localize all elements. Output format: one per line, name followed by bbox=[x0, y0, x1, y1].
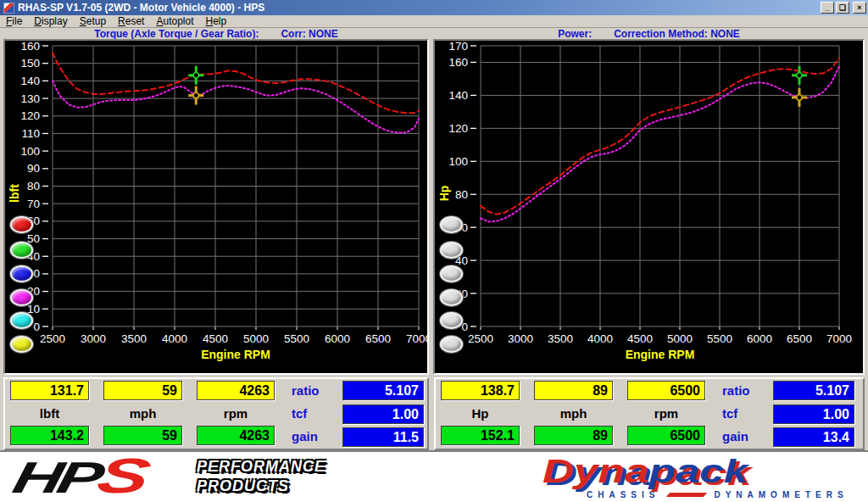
x-tick-label: 7000 bbox=[826, 332, 852, 345]
app-icon bbox=[3, 3, 14, 14]
gain-value: 11.5 bbox=[342, 427, 424, 447]
minimize-button[interactable]: _ bbox=[821, 2, 834, 14]
x-tick-label: 5500 bbox=[707, 332, 732, 345]
x-tick-label: 3500 bbox=[548, 332, 573, 345]
yellow-cursor[interactable] bbox=[792, 88, 807, 107]
green-run-button[interactable] bbox=[10, 242, 33, 259]
power-chart-title: Power: bbox=[558, 28, 592, 40]
x-axis-label: Engine RPM bbox=[626, 348, 695, 361]
menu-help[interactable]: Help bbox=[200, 15, 233, 27]
x-tick-label: 3500 bbox=[121, 332, 147, 345]
torque-red-series bbox=[53, 53, 419, 113]
yellow-run-button[interactable] bbox=[10, 336, 33, 353]
hps-products-text: PRODUCTS bbox=[197, 477, 326, 496]
torque-chart-title: Torque (Axle Torque / Gear Ratio): bbox=[94, 28, 259, 40]
blue-run-button[interactable] bbox=[10, 265, 33, 282]
unit-label-mph: mph bbox=[103, 405, 182, 422]
power-run-buttons bbox=[438, 41, 467, 373]
dynapack-logo: Dynapack CHASSIS DYNAMOMETERS bbox=[542, 454, 849, 499]
red-run-button[interactable] bbox=[10, 216, 33, 233]
unit-label-rpm: rpm bbox=[627, 405, 705, 422]
torque-magenta-series bbox=[53, 81, 419, 132]
run-slot-button-1[interactable] bbox=[440, 216, 463, 233]
green-cursor-speed-value: 89 bbox=[534, 426, 613, 445]
green-cursor-speed-value: 59 bbox=[103, 426, 182, 445]
run-slot-button-4[interactable] bbox=[440, 289, 463, 306]
torque-chart-header: Torque (Axle Torque / Gear Ratio): Corr:… bbox=[3, 28, 429, 39]
logo-strip: HPS PERFORMANCE PRODUCTS Dynapack CHASSI… bbox=[0, 450, 868, 502]
torque-correction-label: Corr: NONE bbox=[281, 28, 337, 40]
yellow-cursor-rpm-value: 6500 bbox=[627, 381, 705, 400]
power-chart-header: Power: Correction Method: NONE bbox=[433, 28, 865, 39]
run-slot-button-3[interactable] bbox=[440, 265, 463, 282]
menu-reset[interactable]: Reset bbox=[112, 15, 150, 27]
yellow-cursor[interactable] bbox=[188, 86, 203, 105]
yellow-cursor-torque-value: 131.7 bbox=[10, 381, 89, 400]
x-tick-label: 4500 bbox=[203, 332, 228, 345]
close-button[interactable]: × bbox=[853, 2, 866, 14]
unit-label-mph: mph bbox=[534, 405, 613, 422]
unit-label-lbft: lbft bbox=[10, 405, 89, 422]
yellow-cursor-rpm-value: 4263 bbox=[197, 381, 275, 400]
green-cursor-rpm-value: 4263 bbox=[197, 426, 275, 445]
x-tick-label: 6500 bbox=[365, 332, 391, 345]
gain-value: 13.4 bbox=[773, 427, 854, 447]
torque-chart-area[interactable]: 2500300035004000450050005500600065007000… bbox=[5, 41, 427, 373]
torque-run-buttons bbox=[8, 41, 37, 373]
x-tick-label: 6000 bbox=[325, 332, 350, 345]
x-tick-label: 2500 bbox=[468, 332, 493, 345]
yellow-cursor-speed-value: 89 bbox=[534, 381, 613, 400]
x-tick-label: 5500 bbox=[284, 332, 309, 345]
power-chart-area[interactable]: 2500300035004000450050005500600065007000… bbox=[435, 41, 863, 373]
dynapack-subtitle: CHASSIS DYNAMOMETERS bbox=[542, 490, 849, 499]
hps-logo-hp: HP bbox=[8, 453, 103, 502]
ratio-value: 5.107 bbox=[773, 381, 854, 400]
ratio-label: ratio bbox=[292, 382, 337, 399]
torque-chart-panel: 2500300035004000450050005500600065007000… bbox=[3, 39, 429, 375]
dynapack-wordmark: Dynapack bbox=[542, 454, 868, 490]
tcf-value: 1.00 bbox=[773, 404, 854, 424]
x-tick-label: 7000 bbox=[406, 332, 427, 345]
window-title: RHAS-SP V1.7-05 (2WD - Motor Vehicle 400… bbox=[18, 2, 821, 14]
menu-display[interactable]: Display bbox=[28, 15, 73, 27]
tcf-value: 1.00 bbox=[342, 404, 424, 424]
x-tick-label: 4500 bbox=[627, 332, 653, 345]
tcf-label: tcf bbox=[722, 405, 768, 422]
yellow-cursor-power-value: 138.7 bbox=[441, 381, 520, 400]
green-cursor-power-value: 152.1 bbox=[441, 426, 520, 445]
green-cursor[interactable] bbox=[792, 66, 807, 85]
menu-setup[interactable]: Setup bbox=[74, 15, 112, 27]
restore-button[interactable]: ❏ bbox=[836, 2, 849, 14]
x-tick-label: 2500 bbox=[40, 332, 65, 345]
run-slot-button-6[interactable] bbox=[440, 336, 463, 353]
hps-performance-text: PERFORMANCE bbox=[197, 457, 326, 477]
x-axis-label: Engine RPM bbox=[201, 348, 270, 361]
dynapack-swoosh bbox=[666, 493, 708, 497]
gain-label: gain bbox=[292, 428, 337, 445]
power-magenta-series bbox=[481, 66, 839, 221]
yellow-cursor-speed-value: 59 bbox=[103, 381, 182, 400]
x-tick-label: 4000 bbox=[162, 332, 187, 345]
menu-autoplot[interactable]: Autoplot bbox=[150, 15, 199, 27]
x-tick-label: 3000 bbox=[508, 332, 533, 345]
x-tick-label: 6000 bbox=[747, 332, 772, 345]
hps-logo: HPS bbox=[8, 447, 151, 502]
unit-label-hp: Hp bbox=[441, 405, 520, 422]
x-tick-label: 6500 bbox=[787, 332, 812, 345]
power-correction-label: Correction Method: NONE bbox=[614, 28, 740, 40]
x-tick-label: 5000 bbox=[667, 332, 693, 345]
x-tick-label: 5000 bbox=[243, 332, 269, 345]
titlebar[interactable]: RHAS-SP V1.7-05 (2WD - Motor Vehicle 400… bbox=[0, 0, 868, 15]
cyan-run-button[interactable] bbox=[10, 312, 33, 329]
green-cursor-torque-value: 143.2 bbox=[10, 426, 89, 445]
green-cursor[interactable] bbox=[188, 66, 203, 85]
hps-logo-words: PERFORMANCE PRODUCTS bbox=[197, 457, 326, 496]
tcf-label: tcf bbox=[292, 405, 337, 422]
run-slot-button-2[interactable] bbox=[440, 242, 463, 259]
power-red-series bbox=[481, 59, 839, 215]
magenta-run-button[interactable] bbox=[10, 289, 33, 306]
menu-file[interactable]: File bbox=[0, 15, 28, 27]
run-slot-button-5[interactable] bbox=[440, 312, 463, 329]
dynapack-chassis-text: CHASSIS bbox=[587, 490, 659, 499]
torque-readout-panel: 131.7 59 4263 lbft mph rpm 143.2 59 4263… bbox=[3, 377, 429, 450]
